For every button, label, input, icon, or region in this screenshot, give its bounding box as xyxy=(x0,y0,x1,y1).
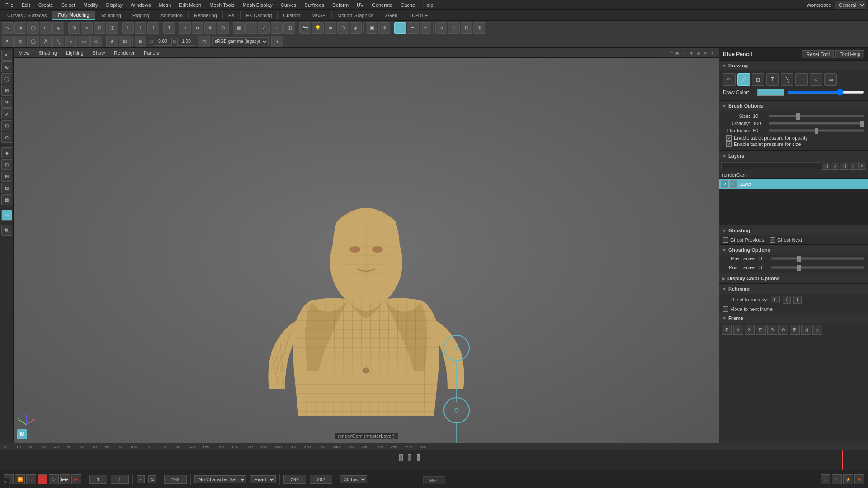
draw-brush[interactable]: 🖊 xyxy=(737,73,750,86)
hardness-slider-track[interactable] xyxy=(769,129,864,132)
left-scale[interactable]: ⤢ xyxy=(1,108,12,119)
frame-btn9[interactable]: ▷ xyxy=(812,325,822,335)
menu-item-cache[interactable]: Cache xyxy=(397,1,419,9)
post-frames-thumb[interactable] xyxy=(797,265,801,271)
sub-snap-input[interactable] xyxy=(154,38,172,46)
frame-btn2[interactable]: ✕ xyxy=(733,325,743,335)
menu-item-edit-mesh[interactable]: Edit Mesh xyxy=(175,1,205,9)
frame-btn5[interactable]: ⊕ xyxy=(767,325,777,335)
layer-v-btn[interactable]: V xyxy=(721,180,728,188)
toolbar-snap-point[interactable]: ⊡ xyxy=(94,22,105,34)
tab-turtle[interactable]: TURTLE xyxy=(403,11,434,19)
layer-btn4[interactable]: ▷ xyxy=(849,162,857,170)
menu-item-mesh-tools[interactable]: Mesh Tools xyxy=(206,1,238,9)
toolbar-history[interactable]: T xyxy=(122,22,134,34)
timeline-marker1[interactable] xyxy=(399,454,403,461)
ghosting-options-header[interactable]: ▼ Ghosting Options xyxy=(719,245,868,255)
vp-show-btn[interactable]: Show xyxy=(90,50,108,56)
toolbar-snap-curve[interactable]: ⌗ xyxy=(81,22,93,34)
toolbar-render2[interactable]: ⊞ xyxy=(378,22,390,34)
size-slider-track[interactable] xyxy=(769,115,864,117)
play-all-btn[interactable]: ▶▶ xyxy=(60,474,70,484)
left-target[interactable]: ⊟ xyxy=(1,183,12,193)
draw-fill[interactable]: ◻ xyxy=(752,73,764,86)
vp-icon4[interactable]: ◈ xyxy=(688,50,694,56)
toolbar-cam[interactable]: 📷 xyxy=(299,22,311,34)
toolbar-rotate[interactable]: ⟳ xyxy=(204,22,216,34)
workspace-select[interactable]: General xyxy=(835,1,866,9)
sub-erase[interactable]: ◈ xyxy=(106,36,118,47)
layer-btn1[interactable]: ◁ xyxy=(822,162,830,170)
left-lasso[interactable]: ⊕ xyxy=(1,61,12,72)
speed-btn[interactable]: ⚡ xyxy=(843,474,853,484)
tab-sculpting[interactable]: Sculpting xyxy=(95,11,127,19)
toolbar-poly-sel[interactable]: ▦ xyxy=(233,22,245,34)
play-start-input[interactable] xyxy=(111,475,129,484)
pre-frames-thumb[interactable] xyxy=(797,256,801,262)
menu-item-help[interactable]: Help xyxy=(420,1,437,9)
toolbar-light[interactable]: 💡 xyxy=(312,22,324,34)
left-universal[interactable]: ⊙ xyxy=(1,132,12,143)
audio-btn[interactable]: ♪ xyxy=(821,474,830,484)
gamma-select[interactable]: sRGB gamma (legacy) xyxy=(212,37,269,46)
left-move[interactable]: ⊞ xyxy=(1,85,12,96)
drawing-section-header[interactable]: ▼ Drawing xyxy=(719,61,868,70)
hardness-slider-thumb[interactable] xyxy=(815,128,818,134)
sub-arc[interactable]: ∩ xyxy=(65,36,77,47)
vp-shading-btn[interactable]: Shading xyxy=(36,50,60,56)
toolbar-pencil3[interactable]: ✏ xyxy=(420,22,431,34)
toolbar-poly-uv[interactable]: ◫ xyxy=(283,22,295,34)
toolbar-poly-vert[interactable]: · xyxy=(245,22,257,34)
frame-btn3[interactable]: ✕ xyxy=(745,325,755,335)
toolbar-deform[interactable]: ◈ xyxy=(350,22,362,34)
layer-search[interactable] xyxy=(721,162,821,169)
skip-end-btn[interactable]: ⏭ xyxy=(71,474,81,484)
frame-btn7[interactable]: ⊞ xyxy=(790,325,800,335)
move-next-cb[interactable] xyxy=(723,306,728,312)
vp-icon6[interactable]: ⊕ xyxy=(703,50,709,56)
post-frames-slider[interactable] xyxy=(771,266,864,269)
toolbar-move[interactable]: ⊕ xyxy=(192,22,203,34)
menu-item-generate[interactable]: Generate xyxy=(368,1,396,9)
layer-btn3[interactable]: ◁ xyxy=(840,162,848,170)
play-fwd-btn[interactable]: ▷ xyxy=(49,474,59,484)
draw-color-swatch[interactable] xyxy=(757,89,784,96)
menu-item-mesh[interactable]: Mesh xyxy=(155,1,175,9)
sub-grid[interactable]: ⊞ xyxy=(135,36,146,47)
toolbar-poly-face[interactable]: ▪ xyxy=(271,22,283,34)
toolbar-poly-edge[interactable]: ∕ xyxy=(258,22,270,34)
draw-arrow[interactable]: → xyxy=(795,73,808,86)
toolbar-script3[interactable]: ⊡ xyxy=(461,22,472,34)
toolbar-arrow[interactable]: ↗ xyxy=(179,22,191,34)
menu-item-windows[interactable]: Windows xyxy=(127,1,155,9)
menu-item-uv[interactable]: UV xyxy=(353,1,367,9)
current-frame-input[interactable] xyxy=(164,475,187,484)
toolbar-snap-view[interactable]: ◫ xyxy=(106,22,118,34)
vp-renderer-btn[interactable]: Renderer xyxy=(111,50,137,56)
toolbar-num[interactable]: 1 xyxy=(163,22,175,34)
retiming-header[interactable]: ▼ Retiming xyxy=(719,284,868,294)
toolbar-paint[interactable]: ◯ xyxy=(27,22,39,34)
timeline-track[interactable] xyxy=(0,450,868,470)
sub-brush3[interactable]: A xyxy=(40,36,52,47)
left-mirror[interactable]: ⊡ xyxy=(1,159,12,170)
toolbar-select-mode[interactable]: ↖ xyxy=(2,22,14,34)
frame-btn6[interactable]: ⊙ xyxy=(778,325,788,335)
left-paint-sel[interactable]: ◯ xyxy=(1,73,12,84)
toolbar-snap-all[interactable]: ⊞ xyxy=(473,22,485,34)
frame-btn8[interactable]: ◁ xyxy=(801,325,811,335)
draw-pencil[interactable]: ✏ xyxy=(723,73,736,86)
sub-brush2[interactable]: ◯ xyxy=(27,36,39,47)
anim-prefs-btn[interactable]: ⊙ xyxy=(148,475,156,483)
vp-icon3[interactable]: ⊙ xyxy=(681,50,687,56)
toolbar-render1[interactable]: ▣ xyxy=(366,22,377,34)
menu-item-edit[interactable]: Edit xyxy=(18,1,34,9)
left-search[interactable]: 🔍 xyxy=(1,225,12,236)
mel-label[interactable]: MEL xyxy=(423,476,445,484)
left-blue-pencil[interactable]: ✏ xyxy=(1,210,12,221)
toolbar-t3[interactable]: T xyxy=(147,22,159,34)
pre-frames-slider[interactable] xyxy=(771,257,864,260)
tab-motion-graphics[interactable]: Motion Graphics xyxy=(332,11,379,19)
loop-btn[interactable]: ↺ xyxy=(832,474,842,484)
menu-item-file[interactable]: File xyxy=(2,1,17,9)
